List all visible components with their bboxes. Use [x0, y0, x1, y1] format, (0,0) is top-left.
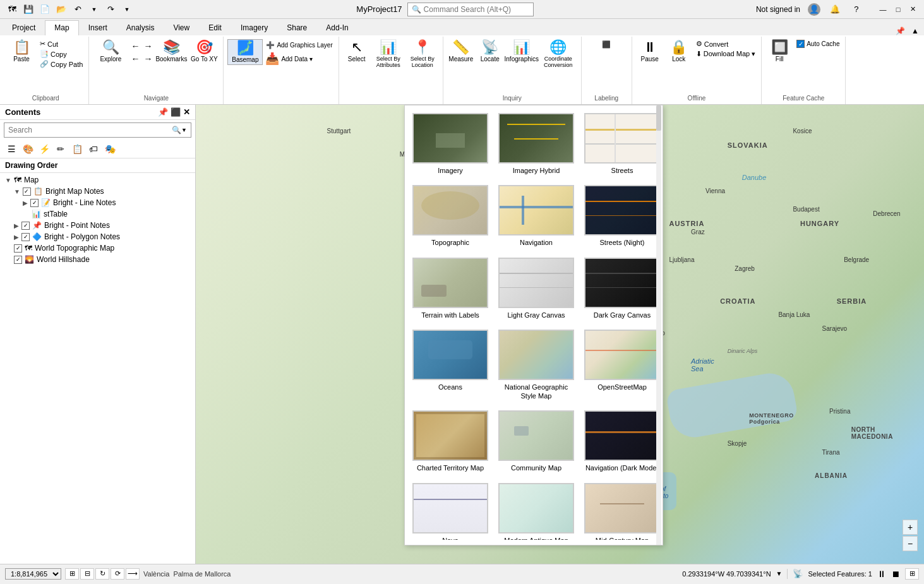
measure-button[interactable]: 📏 Measure: [447, 39, 475, 64]
minimize-btn[interactable]: —: [877, 4, 889, 15]
bright-notes-checkbox[interactable]: [23, 188, 31, 196]
filter-btn[interactable]: ⚡: [37, 141, 52, 157]
contents-search-icon[interactable]: 🔍: [172, 126, 181, 134]
tab-analysis[interactable]: Analysis: [117, 20, 164, 35]
line-notes-checkbox[interactable]: [30, 199, 39, 207]
tree-item-bright-map-notes[interactable]: ▼ 📋 Bright Map Notes: [9, 186, 195, 197]
basemap-item-oceans[interactable]: Oceans: [410, 327, 491, 403]
table-view-btn[interactable]: ⊟: [80, 568, 94, 580]
tab-project[interactable]: Project: [3, 20, 45, 35]
new-btn[interactable]: 📄: [38, 3, 52, 16]
fill-button[interactable]: 🔲 Fill: [765, 39, 793, 64]
basemap-item-navigation[interactable]: Navigation: [496, 182, 577, 249]
tree-item-world-topo[interactable]: 🗺 World Topographic Map: [9, 242, 195, 254]
pause-playback-btn[interactable]: ⏸: [877, 569, 886, 579]
drawing-view-btn[interactable]: 🎨: [20, 141, 35, 157]
contents-search-input[interactable]: [8, 126, 172, 134]
copy-path-button[interactable]: 🔗 Copy Path: [38, 59, 85, 69]
zoom-out-btn[interactable]: −: [903, 536, 918, 551]
contents-search-dropdown[interactable]: ▼: [181, 127, 187, 133]
open-btn[interactable]: 📂: [54, 3, 68, 16]
go-to-xy-button[interactable]: 🎯 Go To XY: [189, 39, 219, 64]
basemap-item-light-gray[interactable]: Light Gray Canvas: [496, 255, 577, 322]
basemap-item-imagery-hybrid[interactable]: Imagery Hybrid: [496, 110, 577, 177]
lock-button[interactable]: 🔒 Lock: [665, 39, 693, 64]
list-view-btn[interactable]: ☰: [4, 141, 19, 157]
notification-bell[interactable]: 🔔: [828, 3, 842, 16]
basemap-item-terrain[interactable]: Terrain with Labels: [410, 255, 491, 322]
scale-selector[interactable]: 1:8,814,965: [5, 568, 61, 580]
undo-btn[interactable]: ↶: [71, 3, 85, 16]
pan-right-btn[interactable]: →: [142, 40, 153, 52]
pan-back-btn[interactable]: ←: [129, 53, 141, 64]
zoom-in-btn[interactable]: +: [903, 520, 918, 535]
tab-imagery[interactable]: Imagery: [231, 20, 277, 35]
select-by-attributes-button[interactable]: 📊 Select By Attributes: [372, 39, 405, 69]
close-btn[interactable]: ✕: [908, 4, 919, 15]
cut-button[interactable]: ✂ Cut: [38, 39, 85, 49]
basemap-item-topographic[interactable]: Topographic: [410, 182, 491, 249]
pan-fwd-btn[interactable]: →: [142, 53, 153, 64]
table-btn[interactable]: 📋: [69, 141, 85, 157]
layout-btn[interactable]: ⊞: [905, 568, 919, 580]
sync-btn[interactable]: ⟳: [111, 568, 124, 580]
contents-expand-btn[interactable]: ⬛: [171, 107, 181, 117]
user-icon[interactable]: 👤: [808, 3, 820, 16]
basemap-item-natgeo[interactable]: National Geographic Style Map: [496, 327, 577, 403]
basemap-item-charted[interactable]: Charted Territory Map: [410, 408, 491, 475]
basemap-item-mid-century[interactable]: Mid-Century Map: [582, 480, 657, 540]
world-hillshade-checkbox[interactable]: [14, 256, 22, 264]
add-graphics-layer-button[interactable]: ➕ Add Graphics Layer: [264, 40, 334, 50]
grid-view-btn[interactable]: ⊞: [65, 568, 79, 580]
basemap-item-streets[interactable]: Streets: [582, 110, 657, 177]
point-notes-checkbox[interactable]: [21, 222, 30, 230]
tree-item-bright-polygon-notes[interactable]: ▶ 🔷 Bright - Polygon Notes: [9, 231, 195, 242]
redo-btn[interactable]: ↷: [104, 3, 117, 16]
basemap-item-nav-dark[interactable]: Navigation (Dark Mode): [582, 408, 657, 475]
labeling-expand-btn[interactable]: ⬛: [601, 39, 612, 50]
basemap-item-nova[interactable]: Nova: [410, 480, 491, 540]
command-search-input[interactable]: [424, 5, 525, 14]
auto-cache-checkbox[interactable]: ✓ Auto Cache: [795, 39, 841, 49]
basemap-item-community[interactable]: Community Map: [496, 408, 577, 475]
coord-dropdown[interactable]: ▼: [776, 570, 783, 577]
tree-item-bright-point-notes[interactable]: ▶ 📌 Bright - Point Notes: [9, 220, 195, 231]
basemap-button[interactable]: 🗾 Basemap: [227, 39, 263, 65]
tree-item-map[interactable]: ▼ 🗺 Map: [0, 174, 195, 186]
command-search-box[interactable]: 🔍: [407, 3, 534, 16]
basemap-scrollbar[interactable]: [656, 105, 661, 545]
tab-view[interactable]: View: [164, 20, 199, 35]
forward-btn[interactable]: ⟶: [126, 568, 140, 580]
world-topo-checkbox[interactable]: [14, 244, 22, 253]
tab-edit[interactable]: Edit: [199, 20, 231, 35]
explore-button[interactable]: 🔍 Explore: [93, 39, 128, 64]
pause-button[interactable]: ⏸ Pause: [636, 39, 664, 64]
more-btn[interactable]: ▼: [120, 3, 134, 16]
basemap-item-imagery[interactable]: Imagery: [410, 110, 491, 177]
locate-button[interactable]: 📡 Locate: [476, 39, 504, 64]
save-btn[interactable]: 💾: [21, 3, 35, 16]
polygon-notes-checkbox[interactable]: [21, 233, 30, 241]
ribbon-collapse-btn[interactable]: ▲: [909, 27, 921, 35]
ribbon-pin-btn[interactable]: 📌: [893, 27, 908, 35]
download-map-button[interactable]: ⬇ Download Map ▾: [694, 49, 757, 59]
basemap-item-modern[interactable]: Modern Antique Map: [496, 480, 577, 540]
basemap-item-streets-night[interactable]: Streets (Night): [582, 182, 657, 249]
tab-addin[interactable]: Add-In: [316, 20, 357, 35]
select-button[interactable]: ↖ Select: [343, 39, 371, 64]
help-btn[interactable]: ?: [849, 3, 863, 16]
symbology-btn[interactable]: 🎭: [102, 141, 117, 157]
tree-item-bright-line-notes[interactable]: ▶ 📝 Bright - Line Notes: [18, 197, 195, 208]
tab-map[interactable]: Map: [45, 20, 78, 35]
basemap-item-osm[interactable]: OpenStreetMap: [582, 327, 657, 403]
tree-item-sttable[interactable]: 📊 stTable: [27, 208, 195, 220]
select-by-location-button[interactable]: 📍 Select By Location: [406, 39, 439, 69]
undo-dropdown[interactable]: ▼: [87, 3, 101, 16]
add-data-button[interactable]: 📥 Add Data ▾: [264, 52, 334, 66]
tab-insert[interactable]: Insert: [79, 20, 117, 35]
tree-item-world-hillshade[interactable]: 🌄 World Hillshade: [9, 254, 195, 265]
label-btn[interactable]: 🏷: [86, 141, 101, 157]
coordinate-conversion-button[interactable]: 🌐 Coordinate Conversion: [539, 39, 577, 69]
copy-button[interactable]: 📑 Copy: [38, 49, 85, 59]
contents-close-btn[interactable]: ✕: [183, 107, 190, 117]
